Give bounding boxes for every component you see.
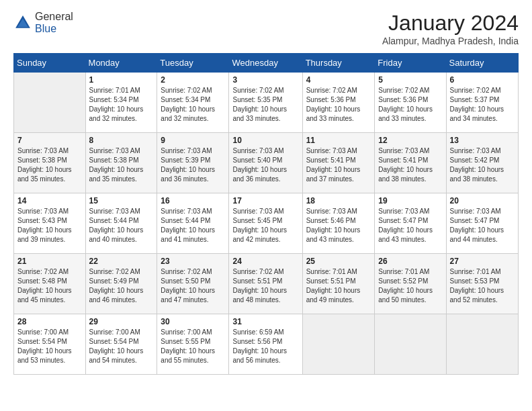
- day-detail: Sunrise: 7:00 AMSunset: 5:54 PMDaylight:…: [89, 328, 154, 365]
- calendar-cell: [302, 314, 375, 375]
- day-number: 24: [232, 257, 298, 266]
- day-detail: Sunrise: 7:01 AMSunset: 5:52 PMDaylight:…: [378, 267, 442, 305]
- day-number: 31: [232, 317, 298, 326]
- calendar-cell: [14, 73, 86, 133]
- day-number: 12: [378, 136, 442, 145]
- day-detail: Sunrise: 7:02 AMSunset: 5:36 PMDaylight:…: [306, 86, 371, 124]
- calendar-cell: 5Sunrise: 7:02 AMSunset: 5:36 PMDaylight…: [375, 73, 446, 133]
- calendar-cell: 26Sunrise: 7:01 AMSunset: 5:52 PMDayligh…: [375, 254, 446, 314]
- day-detail: Sunrise: 7:02 AMSunset: 5:48 PMDaylight:…: [17, 267, 82, 305]
- day-detail: Sunrise: 7:02 AMSunset: 5:37 PMDaylight:…: [450, 86, 515, 124]
- day-detail: Sunrise: 7:02 AMSunset: 5:51 PMDaylight:…: [232, 267, 298, 305]
- calendar-cell: [375, 314, 446, 375]
- day-detail: Sunrise: 7:03 AMSunset: 5:46 PMDaylight:…: [306, 207, 371, 244]
- day-number: 11: [306, 136, 371, 145]
- day-detail: Sunrise: 7:01 AMSunset: 5:51 PMDaylight:…: [306, 267, 371, 305]
- calendar-header-row: SundayMondayTuesdayWednesdayThursdayFrid…: [14, 54, 519, 73]
- calendar-cell: 9Sunrise: 7:03 AMSunset: 5:39 PMDaylight…: [157, 133, 229, 193]
- day-detail: Sunrise: 7:03 AMSunset: 5:47 PMDaylight:…: [378, 207, 442, 244]
- calendar-cell: 2Sunrise: 7:02 AMSunset: 5:34 PMDaylight…: [157, 73, 229, 133]
- calendar-cell: 3Sunrise: 7:02 AMSunset: 5:35 PMDaylight…: [229, 73, 302, 133]
- day-number: 7: [17, 136, 82, 145]
- calendar-cell: 29Sunrise: 7:00 AMSunset: 5:54 PMDayligh…: [85, 314, 157, 375]
- day-number: 15: [89, 196, 154, 205]
- calendar-table: SundayMondayTuesdayWednesdayThursdayFrid…: [13, 53, 519, 375]
- day-detail: Sunrise: 7:01 AMSunset: 5:53 PMDaylight:…: [450, 267, 515, 305]
- day-detail: Sunrise: 7:02 AMSunset: 5:34 PMDaylight:…: [161, 86, 225, 124]
- day-number: 4: [306, 75, 371, 85]
- calendar-cell: 24Sunrise: 7:02 AMSunset: 5:51 PMDayligh…: [229, 254, 302, 314]
- calendar-week-1: 1Sunrise: 7:01 AMSunset: 5:34 PMDaylight…: [14, 73, 519, 133]
- title-block: January 2024 Alampur, Madhya Pradesh, In…: [382, 11, 519, 46]
- day-number: 17: [232, 196, 298, 205]
- logo-icon: [13, 13, 32, 32]
- calendar-cell: 10Sunrise: 7:03 AMSunset: 5:40 PMDayligh…: [229, 133, 302, 193]
- calendar-week-5: 28Sunrise: 7:00 AMSunset: 5:54 PMDayligh…: [14, 314, 519, 375]
- day-number: 23: [161, 257, 225, 266]
- day-detail: Sunrise: 7:02 AMSunset: 5:36 PMDaylight:…: [378, 86, 442, 124]
- day-number: 16: [161, 196, 225, 205]
- day-detail: Sunrise: 7:03 AMSunset: 5:44 PMDaylight:…: [161, 207, 225, 244]
- day-detail: Sunrise: 7:03 AMSunset: 5:44 PMDaylight:…: [89, 207, 154, 244]
- calendar-cell: 16Sunrise: 7:03 AMSunset: 5:44 PMDayligh…: [157, 193, 229, 254]
- calendar-cell: 31Sunrise: 6:59 AMSunset: 5:56 PMDayligh…: [229, 314, 302, 375]
- day-detail: Sunrise: 7:00 AMSunset: 5:54 PMDaylight:…: [17, 328, 82, 365]
- calendar-cell: 30Sunrise: 7:00 AMSunset: 5:55 PMDayligh…: [157, 314, 229, 375]
- calendar-cell: 20Sunrise: 7:03 AMSunset: 5:47 PMDayligh…: [446, 193, 518, 254]
- calendar-cell: 15Sunrise: 7:03 AMSunset: 5:44 PMDayligh…: [85, 193, 157, 254]
- day-number: 14: [17, 196, 82, 205]
- day-detail: Sunrise: 7:03 AMSunset: 5:39 PMDaylight:…: [161, 146, 225, 184]
- calendar-cell: 21Sunrise: 7:02 AMSunset: 5:48 PMDayligh…: [14, 254, 86, 314]
- calendar-cell: 17Sunrise: 7:03 AMSunset: 5:45 PMDayligh…: [229, 193, 302, 254]
- day-number: 26: [378, 257, 442, 266]
- calendar-cell: 7Sunrise: 7:03 AMSunset: 5:38 PMDaylight…: [14, 133, 86, 193]
- month-title: January 2024: [382, 11, 519, 36]
- logo-blue-text: Blue: [35, 23, 56, 34]
- day-header-monday: Monday: [85, 54, 157, 73]
- day-detail: Sunrise: 7:02 AMSunset: 5:49 PMDaylight:…: [89, 267, 154, 305]
- calendar-week-2: 7Sunrise: 7:03 AMSunset: 5:38 PMDaylight…: [14, 133, 519, 193]
- day-detail: Sunrise: 7:03 AMSunset: 5:47 PMDaylight:…: [450, 207, 515, 244]
- day-detail: Sunrise: 7:03 AMSunset: 5:38 PMDaylight:…: [17, 146, 82, 184]
- day-header-thursday: Thursday: [302, 54, 375, 73]
- day-number: 28: [17, 317, 82, 326]
- day-detail: Sunrise: 7:03 AMSunset: 5:43 PMDaylight:…: [17, 207, 82, 244]
- day-number: 25: [306, 257, 371, 266]
- calendar-cell: 23Sunrise: 7:02 AMSunset: 5:50 PMDayligh…: [157, 254, 229, 314]
- calendar-cell: 19Sunrise: 7:03 AMSunset: 5:47 PMDayligh…: [375, 193, 446, 254]
- logo: General Blue: [13, 11, 73, 34]
- day-detail: Sunrise: 7:03 AMSunset: 5:45 PMDaylight:…: [232, 207, 298, 244]
- day-number: 13: [450, 136, 515, 145]
- day-number: 6: [450, 75, 515, 85]
- day-number: 18: [306, 196, 371, 205]
- calendar-cell: 27Sunrise: 7:01 AMSunset: 5:53 PMDayligh…: [446, 254, 518, 314]
- day-number: 5: [378, 75, 442, 85]
- day-detail: Sunrise: 7:03 AMSunset: 5:40 PMDaylight:…: [232, 146, 298, 184]
- subtitle: Alampur, Madhya Pradesh, India: [382, 36, 519, 46]
- day-number: 21: [17, 257, 82, 266]
- day-detail: Sunrise: 7:03 AMSunset: 5:41 PMDaylight:…: [306, 146, 371, 184]
- calendar-cell: 6Sunrise: 7:02 AMSunset: 5:37 PMDaylight…: [446, 73, 518, 133]
- calendar-cell: 1Sunrise: 7:01 AMSunset: 5:34 PMDaylight…: [85, 73, 157, 133]
- day-number: 1: [89, 75, 154, 85]
- day-detail: Sunrise: 7:00 AMSunset: 5:55 PMDaylight:…: [161, 328, 225, 365]
- day-number: 20: [450, 196, 515, 205]
- day-detail: Sunrise: 7:01 AMSunset: 5:34 PMDaylight:…: [89, 86, 154, 124]
- day-detail: Sunrise: 7:02 AMSunset: 5:35 PMDaylight:…: [232, 86, 298, 124]
- calendar-week-3: 14Sunrise: 7:03 AMSunset: 5:43 PMDayligh…: [14, 193, 519, 254]
- day-header-tuesday: Tuesday: [157, 54, 229, 73]
- calendar-cell: [446, 314, 518, 375]
- calendar-cell: 14Sunrise: 7:03 AMSunset: 5:43 PMDayligh…: [14, 193, 86, 254]
- day-header-saturday: Saturday: [446, 54, 518, 73]
- calendar-cell: 13Sunrise: 7:03 AMSunset: 5:42 PMDayligh…: [446, 133, 518, 193]
- day-number: 27: [450, 257, 515, 266]
- day-number: 3: [232, 75, 298, 85]
- calendar-cell: 11Sunrise: 7:03 AMSunset: 5:41 PMDayligh…: [302, 133, 375, 193]
- calendar-cell: 8Sunrise: 7:03 AMSunset: 5:38 PMDaylight…: [85, 133, 157, 193]
- day-number: 10: [232, 136, 298, 145]
- day-header-wednesday: Wednesday: [229, 54, 302, 73]
- day-header-friday: Friday: [375, 54, 446, 73]
- calendar-cell: 25Sunrise: 7:01 AMSunset: 5:51 PMDayligh…: [302, 254, 375, 314]
- day-number: 29: [89, 317, 154, 326]
- header: General Blue January 2024 Alampur, Madhy…: [13, 11, 519, 46]
